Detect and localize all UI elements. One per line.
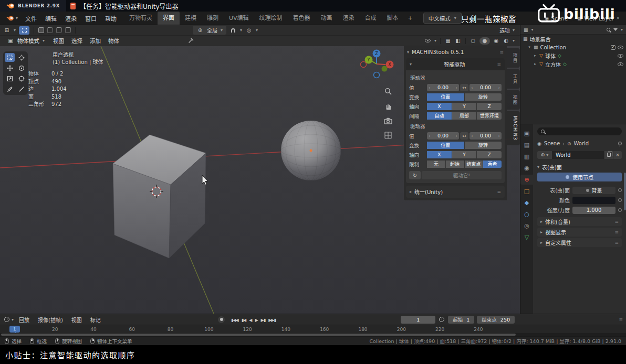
axis-option[interactable]: Z — [477, 103, 502, 110]
expand-arrow-icon[interactable]: ▾ — [527, 45, 531, 49]
properties-tab[interactable]: ◆ — [520, 198, 533, 208]
timeline-menu-item[interactable]: 标记 — [86, 316, 105, 324]
workspace-tab[interactable]: 动画 — [316, 10, 338, 25]
viewport-menu-item[interactable]: 添加 — [86, 37, 105, 45]
properties-search-input[interactable] — [537, 127, 622, 135]
scale-tool[interactable] — [5, 74, 15, 83]
visibility-eye-icon[interactable] — [618, 46, 623, 49]
zoom-icon[interactable] — [383, 86, 393, 97]
transform-option[interactable]: 位置 — [427, 93, 464, 101]
transform-option[interactable]: 旋转 — [465, 142, 502, 149]
swap-values-icon[interactable]: ↔ — [460, 132, 468, 140]
pan-hand-icon[interactable] — [383, 101, 393, 111]
orthographic-grid-icon[interactable] — [383, 130, 393, 141]
transform-option[interactable]: 旋转 — [465, 93, 502, 101]
blender-version-tab[interactable]: BLENDER 2.9X — [0, 0, 66, 12]
move-tool[interactable] — [5, 63, 15, 72]
workspace-tab[interactable]: 渲染 — [338, 10, 360, 25]
color-swatch[interactable] — [572, 197, 615, 204]
menu-item[interactable]: 编辑 — [41, 14, 61, 24]
timeline-menu-item[interactable]: 视图 — [67, 316, 86, 324]
editor-type-icon[interactable]: ⊞ — [3, 27, 11, 34]
viewport-menu-item[interactable]: 物体 — [105, 37, 123, 45]
addon-header[interactable]: ▾ MACHIN3tools 0.5.1 ≡ — [406, 47, 505, 57]
playback-sync-clock-icon[interactable] — [438, 316, 445, 323]
use-nodes-button[interactable]: 使用节点 — [537, 173, 622, 181]
snap-magnet-icon[interactable] — [229, 27, 237, 34]
properties-tab[interactable]: ◉ — [520, 163, 533, 173]
axis-option[interactable]: Y — [452, 151, 477, 158]
select-mode-icon[interactable] — [56, 27, 62, 33]
driver1-value-end[interactable]: 0.00 — [470, 84, 502, 91]
workspace-tab[interactable]: UV编辑 — [224, 10, 254, 25]
scrollbar[interactable] — [624, 173, 626, 210]
visibility-eye-icon[interactable] — [618, 62, 623, 66]
axis-option[interactable]: Z — [477, 151, 502, 158]
animate-dot-icon[interactable] — [618, 198, 622, 202]
axis-z-label[interactable]: Z — [375, 51, 378, 56]
viewport-menu-item[interactable]: 视图 — [49, 37, 68, 45]
sphere-object[interactable] — [281, 121, 341, 180]
strength-field[interactable]: 1.000 — [572, 207, 615, 214]
axis-option[interactable]: X — [427, 151, 452, 158]
menu-item[interactable]: 帮助 — [101, 14, 121, 24]
show-overlays-icon[interactable]: ▦ — [444, 37, 452, 45]
workspace-tab[interactable]: 着色器 — [288, 10, 316, 25]
3d-viewport[interactable]: ⊞ ▾ ⊕ 全局 ▾ ▾ ◎ ▾ 选项 ▾ — [0, 25, 520, 314]
axis-option[interactable]: X — [427, 103, 452, 110]
visibility-eye-icon[interactable] — [618, 54, 623, 58]
axis-neg-y[interactable] — [382, 66, 388, 72]
select-mode-icon[interactable] — [38, 27, 44, 33]
world-browse-button[interactable]: ⊕ ▾ — [537, 151, 552, 159]
pin-icon[interactable] — [618, 142, 622, 145]
add-workspace-button[interactable]: + — [404, 12, 417, 25]
measure-tool[interactable] — [16, 84, 26, 93]
menu-item[interactable]: 渲染 — [61, 14, 81, 24]
drag-grip-icon[interactable]: ≡ — [499, 50, 504, 55]
properties-tab[interactable]: ▽ — [520, 232, 533, 242]
navigation-gizmo[interactable]: Z X Y — [357, 47, 397, 87]
drive-it-button[interactable]: 驱动它! — [422, 171, 502, 179]
timeline-menu-item[interactable]: 回放 — [15, 316, 34, 324]
properties-tab[interactable]: ▤ — [520, 140, 533, 150]
workspace-tab[interactable]: 纹理绘制 — [254, 10, 288, 25]
properties-tab[interactable]: ▣ — [520, 129, 533, 138]
current-frame-field[interactable]: 1 — [401, 316, 435, 324]
display-mode-icon[interactable]: ▦ — [524, 27, 528, 33]
properties-tab[interactable]: ⊕ — [520, 175, 533, 185]
cursor-tool[interactable] — [16, 53, 26, 62]
transport-button[interactable]: ▮◀ — [240, 317, 248, 324]
transport-button[interactable]: ▶▮ — [259, 317, 267, 324]
workspace-tab[interactable]: 合成 — [360, 10, 382, 25]
language-mode-dropdown[interactable]: 中文模式 ▾ — [423, 13, 462, 24]
drag-grip-icon[interactable]: ≡ — [619, 317, 623, 322]
expand-arrow-icon[interactable]: ▸ — [533, 62, 537, 66]
select-mode-icon[interactable] — [47, 27, 53, 33]
filter-funnel-icon[interactable] — [613, 28, 618, 33]
select-box-tool[interactable] — [5, 53, 15, 62]
loop-icon[interactable]: ↻ — [409, 171, 421, 179]
breadcrumb-world[interactable]: World — [574, 141, 589, 146]
collapsed-panel-header[interactable]: ▸体积(音量)≡ — [537, 217, 622, 226]
shading-rendered-icon[interactable]: ◐ — [503, 37, 510, 45]
workspace-tab[interactable]: 雕刻 — [202, 10, 224, 25]
transport-button[interactable]: ◀ — [247, 317, 253, 324]
shading-solid-icon[interactable]: ● — [479, 37, 490, 45]
axis-option[interactable]: Y — [452, 103, 477, 110]
app-menu-button[interactable]: ▾ — [3, 16, 21, 21]
rotate-tool[interactable] — [16, 63, 26, 72]
menu-item[interactable]: 窗口 — [81, 14, 101, 24]
space-option[interactable]: 自动 — [427, 112, 452, 120]
animate-dot-icon[interactable] — [618, 208, 622, 212]
swap-values-icon[interactable]: ↔ — [460, 84, 468, 91]
drag-grip-icon[interactable]: ≡ — [497, 189, 501, 195]
viewport-menu-item[interactable]: 选择 — [68, 37, 86, 45]
axis-x-label[interactable]: X — [388, 62, 391, 67]
proportional-editing-icon[interactable]: ◎ — [245, 27, 253, 34]
menu-item[interactable]: 文件 — [21, 14, 41, 24]
timeline-ruler[interactable]: 20406080100120140160180200220240 1 — [0, 325, 626, 333]
transform-tool[interactable] — [16, 74, 26, 83]
axis-neg-z[interactable] — [374, 72, 380, 78]
transport-button[interactable]: ▮◀◀ — [229, 317, 240, 324]
copy-datablock-icon[interactable] — [604, 151, 613, 159]
